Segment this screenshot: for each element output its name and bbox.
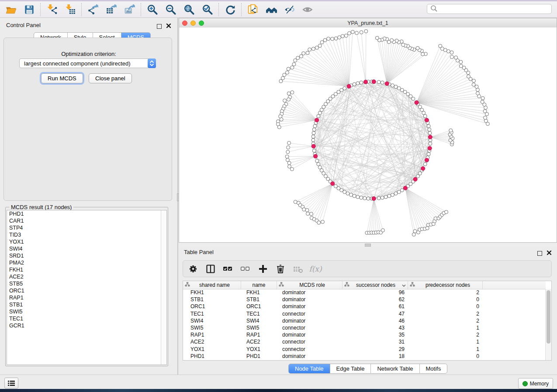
column-header-name[interactable]: name: [241, 281, 277, 289]
search-input[interactable]: [437, 6, 551, 13]
table-row[interactable]: SWI4SWI4dominator462: [183, 317, 546, 324]
cell-predecessor-nodes: 1: [408, 325, 483, 331]
table-row[interactable]: ACE2ACE2connector311: [183, 338, 546, 345]
criterion-dropdown[interactable]: largest connected component (undirected): [19, 58, 156, 68]
mcds-list-scrollbar[interactable]: [161, 210, 166, 364]
cell-predecessor-nodes: 0: [408, 353, 483, 359]
tab-network-table[interactable]: Network Table: [371, 364, 419, 373]
cell-successor-nodes: 62: [343, 296, 408, 303]
cell-name: PHD1: [241, 353, 277, 359]
select-all-icon[interactable]: [222, 263, 234, 275]
import-table-icon[interactable]: [61, 2, 80, 17]
zoom-out-icon[interactable]: [162, 2, 180, 17]
cell-shared-name: PHD1: [183, 353, 241, 359]
export-image-icon[interactable]: [121, 2, 139, 17]
mcds-result-item[interactable]: SRD1: [7, 252, 166, 259]
birds-eye-view-icon[interactable]: [262, 2, 280, 17]
cell-MCDS-role: connector: [277, 339, 343, 345]
node-table[interactable]: shared namenameMCDS rolesuccessor nodesp…: [183, 281, 552, 361]
table-row[interactable]: RAP1RAP1dominator352: [183, 331, 546, 338]
column-header-successor-nodes[interactable]: successor nodes: [343, 281, 408, 289]
network-window-title: YPA_prune.txt_1: [179, 20, 557, 26]
memory-label: Memory: [530, 381, 549, 387]
float-panel-icon[interactable]: [157, 24, 162, 29]
table-scrollbar[interactable]: [545, 289, 551, 360]
mcds-result-item[interactable]: STB5: [7, 280, 166, 287]
table-row[interactable]: TEC1TEC1connector472: [183, 310, 546, 317]
mcds-result-item[interactable]: GCR1: [7, 322, 166, 329]
table-row[interactable]: FKH1FKH1dominator962: [183, 289, 546, 296]
mcds-result-item[interactable]: CAR1: [7, 217, 166, 224]
column-header-shared-name[interactable]: shared name: [183, 281, 241, 289]
mcds-result-item[interactable]: YOX1: [7, 238, 166, 245]
network-window-titlebar[interactable]: YPA_prune.txt_1: [179, 18, 557, 28]
deselect-all-icon[interactable]: [240, 263, 251, 275]
splitter-handle[interactable]: [365, 244, 371, 247]
memory-button[interactable]: Memory: [518, 378, 553, 389]
table-row[interactable]: YOX1YOX1connector291: [183, 346, 546, 353]
column-header-predecessor-nodes[interactable]: predecessor nodes: [408, 281, 483, 289]
cell-predecessor-nodes: 0: [408, 303, 483, 309]
cell-MCDS-role: dominator: [277, 296, 343, 303]
cell-MCDS-role: connector: [277, 325, 343, 331]
open-file-icon[interactable]: [2, 2, 20, 17]
table-row[interactable]: ORC1ORC1dominator610: [183, 303, 546, 310]
list-menu-icon: [8, 380, 15, 386]
cell-shared-name: ORC1: [183, 303, 241, 309]
column-header-MCDS-role[interactable]: MCDS role: [277, 281, 343, 289]
mcds-result-item[interactable]: ACE2: [7, 273, 166, 280]
float-panel-icon[interactable]: [537, 251, 542, 256]
cell-name: STB1: [241, 296, 277, 303]
import-network-icon[interactable]: [43, 2, 61, 17]
run-mcds-button[interactable]: Run MCDS: [41, 73, 83, 83]
refresh-layout-icon[interactable]: [221, 2, 239, 17]
table-row[interactable]: STB1STB1dominator620: [183, 296, 546, 303]
mcds-result-item[interactable]: FKH1: [7, 266, 166, 273]
add-column-icon[interactable]: [257, 263, 269, 275]
table-row[interactable]: PHD1PHD1dominator180: [183, 353, 546, 360]
zoom-selected-icon[interactable]: [198, 2, 217, 17]
mcds-result-list[interactable]: PHD1CAR1STP4TID3YOX1SWI4SRD1PMA2FKH1ACE2…: [7, 210, 167, 365]
cell-name: FKH1: [241, 289, 277, 296]
mcds-result-item[interactable]: ORC1: [7, 287, 166, 294]
hide-graphics-details-icon[interactable]: [280, 2, 299, 17]
tab-motifs[interactable]: Motifs: [420, 364, 447, 373]
duplicate-network-icon[interactable]: [244, 2, 262, 17]
search-box[interactable]: [427, 4, 552, 14]
delete-column-icon[interactable]: [275, 263, 286, 275]
network-canvas[interactable]: [179, 28, 557, 242]
scrollbar-thumb[interactable]: [547, 290, 550, 344]
tab-node-table[interactable]: Node Table: [289, 364, 330, 373]
close-panel-button[interactable]: Close panel: [89, 73, 132, 83]
table-row[interactable]: SWI5SWI5connector431: [183, 324, 546, 331]
show-graphics-details-icon[interactable]: [299, 2, 317, 17]
export-table-icon[interactable]: [102, 2, 121, 17]
close-panel-icon[interactable]: [166, 22, 171, 30]
memory-status-icon: [522, 381, 528, 386]
mcds-result-item[interactable]: SWI5: [7, 308, 166, 315]
function-builder-icon: f(x): [310, 263, 321, 275]
horizontal-splitter[interactable]: [179, 243, 557, 247]
export-network-icon[interactable]: [84, 2, 102, 17]
zoom-fit-icon[interactable]: [180, 2, 198, 17]
table-settings-icon[interactable]: [187, 263, 199, 275]
network-graph[interactable]: [179, 28, 557, 242]
close-panel-icon[interactable]: [547, 249, 552, 257]
control-panel: Control Panel NetworkStyleSelectMCDS Opt…: [0, 18, 177, 375]
mcds-result-item[interactable]: TID3: [7, 231, 166, 238]
tab-edge-table[interactable]: Edge Table: [330, 364, 371, 373]
mcds-result-item[interactable]: PMA2: [7, 259, 166, 266]
mcds-result-item[interactable]: STB1: [7, 301, 166, 308]
mcds-result-item[interactable]: SWI4: [7, 245, 166, 252]
zoom-in-icon[interactable]: [143, 2, 162, 17]
status-bar: Memory: [0, 375, 557, 389]
mcds-result-item[interactable]: STP4: [7, 224, 166, 231]
save-session-icon[interactable]: [20, 2, 38, 17]
split-panes-icon[interactable]: [205, 263, 216, 275]
toolbar-separator: [141, 3, 142, 16]
cell-successor-nodes: 46: [343, 318, 408, 324]
mcds-result-item[interactable]: PHD1: [7, 210, 166, 217]
mcds-result-item[interactable]: RAP1: [7, 294, 166, 301]
task-history-button[interactable]: [4, 378, 18, 389]
mcds-result-item[interactable]: TEC1: [7, 315, 166, 322]
